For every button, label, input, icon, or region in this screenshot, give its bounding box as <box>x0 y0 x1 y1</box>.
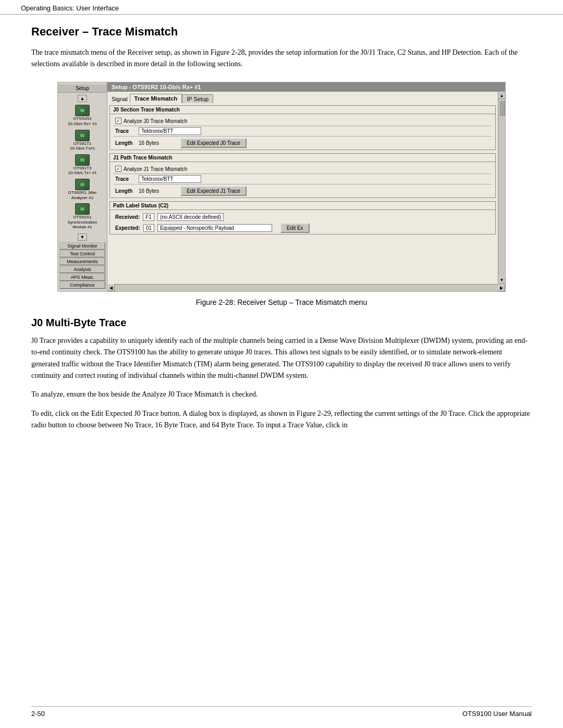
device-item-4[interactable]: OTS92S1SynchronizationModule #1 <box>68 203 97 230</box>
breadcrumb: Operating Basics: User Interface <box>0 0 563 15</box>
subsection-para1: J0 Trace provides a capability to unique… <box>31 335 532 382</box>
j1-section: J1 Path Trace Mismatch ✓ Analyze J1 Trac… <box>109 153 496 198</box>
device-label-0: OTS91R210-Gb/s Rx+ #1 <box>68 116 97 126</box>
j1-checkbox[interactable]: ✓ <box>115 166 121 172</box>
page-footer: 2-50 OTS9100 User Manual <box>31 706 532 718</box>
figure-titlebar: Setup - OTS91R2 10-Gb/s Rx+ #1 <box>107 82 505 92</box>
c2-received-row: Received: F1 (no ASCII decode defined) <box>110 212 495 222</box>
c2-expected-row: Expected: 01 Equipped - Nonspecific Payl… <box>110 222 495 234</box>
figure-sidebar: Setup ▲ OTS91R210-Gb/s Rx+ #1 OTS91T110-… <box>58 82 107 291</box>
footer-manual-title: OTS9100 User Manual <box>462 710 532 718</box>
expected-desc: Equipped - Nonspecific Payload <box>157 224 272 232</box>
compliance-btn[interactable]: Compliance <box>59 281 105 289</box>
horizontal-scrollbar[interactable]: ◀ ▶ <box>107 284 505 291</box>
measurements-btn[interactable]: Measurements <box>59 258 105 265</box>
j1-checkbox-row: ✓ Analyze J1 Trace Mismatch <box>110 164 495 174</box>
hscroll-left-btn[interactable]: ◀ <box>107 284 115 291</box>
j1-length-value: 16 Bytes <box>139 188 175 194</box>
scrollbar-down-btn[interactable]: ▼ <box>498 277 506 284</box>
section-title: Receiver – Trace Mismatch <box>31 25 532 39</box>
analysis-btn[interactable]: Analysis <box>59 266 105 273</box>
signal-monitor-btn[interactable]: Signal Monitor <box>59 242 105 250</box>
device-label-3: OTS92R1 JitterAnalyzer #1 <box>68 190 96 200</box>
j0-checkbox[interactable]: ✓ <box>115 118 121 124</box>
received-value: F1 <box>143 213 154 221</box>
received-desc: (no ASCII decode defined) <box>157 213 224 221</box>
j1-length-row: Length 16 Bytes Edit Expected J1 Trace <box>110 184 495 198</box>
edit-expected-j0-trace-button[interactable]: Edit Expected J0 Trace <box>180 138 247 148</box>
intro-text: The trace mismatch menu of the Receiver … <box>31 47 532 69</box>
j0-section: J0 Section Trace Mismatch ✓ Analyze J0 T… <box>109 105 496 150</box>
sidebar-bottom-buttons: Signal Monitor Test Control Measurements… <box>58 242 107 289</box>
figure-2-28: Setup ▲ OTS91R210-Gb/s Rx+ #1 OTS91T110-… <box>57 82 506 292</box>
j1-section-title: J1 Path Trace Mismatch <box>110 154 495 162</box>
j0-length-row: Length 16 Bytes Edit Expected J0 Trace <box>110 137 495 150</box>
hscroll-right-btn[interactable]: ▶ <box>498 284 505 291</box>
device-icon-4 <box>75 203 90 215</box>
edit-expected-c2-button[interactable]: Edit Ex <box>280 223 310 233</box>
j0-trace-label: Trace <box>115 128 139 134</box>
j0-trace-value: Tektronix/BTT <box>139 127 201 135</box>
signal-tab-prefix: Signal <box>109 95 130 103</box>
device-label-4: OTS92S1SynchronizationModule #1 <box>68 215 97 230</box>
device-item-2[interactable]: OTS91T310-Gb/s Tx+ #1 <box>68 154 96 176</box>
c2-section: Path Label Status (C2) Received: F1 (no … <box>109 201 496 235</box>
vertical-scrollbar[interactable]: ▲ ▼ <box>498 92 505 284</box>
j0-section-title: J0 Section Trace Mismatch <box>110 106 495 114</box>
figure-main-panel: Setup - OTS91R2 10-Gb/s Rx+ #1 Signal Tr… <box>107 82 505 291</box>
device-item-3[interactable]: OTS92R1 JitterAnalyzer #1 <box>68 179 96 200</box>
figure-content: Signal Trace Mismatch IP Setup J0 Sectio… <box>107 92 498 284</box>
subsection-title: J0 Multi-Byte Trace <box>31 317 532 329</box>
j1-trace-label: Trace <box>115 176 139 182</box>
device-icon-3 <box>75 179 90 190</box>
device-item-1[interactable]: OTS91T110-Gb/s Tx#1 <box>70 130 95 151</box>
j0-length-label: Length <box>115 140 139 146</box>
scrollbar-thumb[interactable] <box>499 100 505 116</box>
figure-caption: Figure 2-28: Receiver Setup – Trace Mism… <box>31 298 532 306</box>
expected-value: 01 <box>143 224 154 232</box>
j0-checkbox-label: Analyze J0 Trace Mismatch <box>124 118 187 124</box>
edit-expected-j1-trace-button[interactable]: Edit Expected J1 Trace <box>180 186 247 196</box>
j1-checkbox-label: Analyze J1 Trace Mismatch <box>124 166 187 172</box>
j0-trace-row: Trace Tektronix/BTT <box>110 126 495 136</box>
device-icon-2 <box>75 154 90 166</box>
j0-length-value: 16 Bytes <box>139 140 175 146</box>
aps-meas-btn[interactable]: APS Meas. <box>59 274 105 281</box>
j0-checkbox-row: ✓ Analyze J0 Trace Mismatch <box>110 116 495 126</box>
expected-label: Expected: <box>115 225 140 231</box>
tab-trace-mismatch[interactable]: Trace Mismatch <box>130 94 182 103</box>
tab-row: Signal Trace Mismatch IP Setup <box>109 94 496 103</box>
sidebar-up-arrow[interactable]: ▲ <box>78 95 87 102</box>
subsection-para3: To edit, click on the Edit Expected J0 T… <box>31 408 532 431</box>
hscroll-track <box>115 285 498 290</box>
device-icon-1 <box>75 130 90 141</box>
j1-trace-value: Tektronix/BTT <box>139 175 201 183</box>
received-label: Received: <box>115 214 140 220</box>
device-label-1: OTS91T110-Gb/s Tx#1 <box>70 141 95 151</box>
c2-section-title: Path Label Status (C2) <box>110 202 495 209</box>
device-icon-0 <box>75 105 90 116</box>
test-control-btn[interactable]: Test Control <box>59 250 105 257</box>
device-label-2: OTS91T310-Gb/s Tx+ #1 <box>68 166 96 176</box>
sidebar-down-arrow[interactable]: ▼ <box>78 233 87 241</box>
sidebar-title: Setup <box>58 84 107 93</box>
j1-trace-row: Trace Tektronix/BTT <box>110 174 495 184</box>
tab-ip-setup[interactable]: IP Setup <box>182 94 213 103</box>
device-item-0[interactable]: OTS91R210-Gb/s Rx+ #1 <box>68 105 97 126</box>
footer-page-number: 2-50 <box>31 710 45 718</box>
scrollbar-up-btn[interactable]: ▲ <box>498 92 506 99</box>
j1-length-label: Length <box>115 188 139 194</box>
subsection-para2: To analyze, ensure the box beside the An… <box>31 389 532 400</box>
